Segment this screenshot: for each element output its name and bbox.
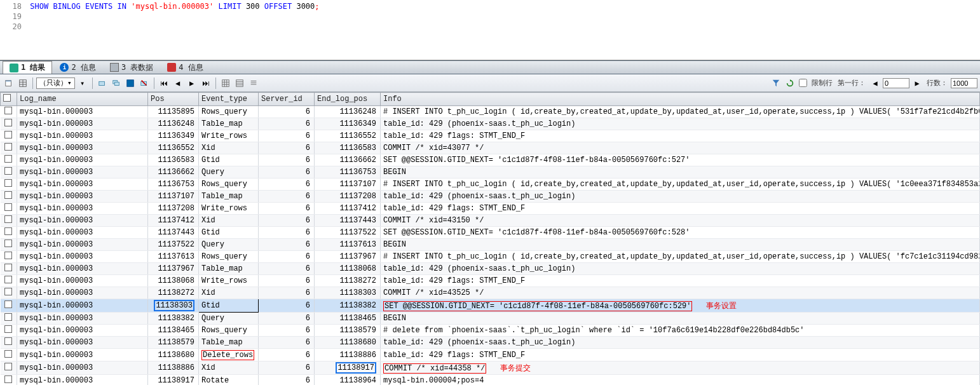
row-checkbox[interactable]	[1, 130, 17, 142]
cell-server-id[interactable]: 6	[259, 239, 315, 251]
cell-log-name[interactable]: mysql-bin.000003	[17, 166, 148, 179]
cell-end-log-pos[interactable]: 11138465	[315, 313, 381, 325]
cell-end-log-pos[interactable]: 11136753	[315, 166, 381, 179]
cell-pos[interactable]: 11136583	[148, 154, 199, 166]
cell-event-type[interactable]: Xid	[199, 287, 259, 299]
cell-event-type[interactable]: Gtid	[199, 299, 259, 313]
cell-server-id[interactable]: 6	[259, 375, 315, 386]
table-row[interactable]: mysql-bin.00000311138068Write_rows611138…	[1, 275, 980, 287]
cell-end-log-pos[interactable]: 11138917	[315, 361, 381, 375]
cell-log-name[interactable]: mysql-bin.000003	[17, 263, 148, 275]
cell-event-type[interactable]: Write_rows	[199, 275, 259, 287]
cell-info[interactable]: table_id: 429 (phoenix-saas.t_ph_uc_logi…	[381, 263, 980, 275]
cell-pos[interactable]: 11138465	[148, 325, 199, 337]
row-checkbox[interactable]	[1, 239, 17, 251]
row-checkbox[interactable]	[1, 166, 17, 179]
row-checkbox[interactable]	[1, 299, 17, 313]
table-row[interactable]: mysql-bin.00000311138303Gtid611138382SET…	[1, 299, 980, 313]
row-checkbox[interactable]	[1, 251, 17, 263]
table-row[interactable]: mysql-bin.00000311137613Rows_query611137…	[1, 251, 980, 263]
cell-server-id[interactable]: 6	[259, 118, 315, 130]
table-row[interactable]: mysql-bin.00000311137443Gtid611137522SET…	[1, 227, 980, 239]
cell-end-log-pos[interactable]: 11137208	[315, 191, 381, 203]
cell-event-type[interactable]: Query	[199, 239, 259, 251]
table-row[interactable]: mysql-bin.00000311136248Table_map6111363…	[1, 118, 980, 130]
row-checkbox[interactable]	[1, 375, 17, 386]
table-row[interactable]: mysql-bin.00000311137412Xid611137443COMM…	[1, 215, 980, 227]
first-row-next-button[interactable]: ▶	[911, 77, 923, 90]
cell-pos[interactable]: 11138917	[148, 375, 199, 386]
cell-info[interactable]: COMMIT /* xid=43077 */	[381, 142, 980, 154]
cell-log-name[interactable]: mysql-bin.000003	[17, 375, 148, 386]
cell-event-type[interactable]: Gtid	[199, 154, 259, 166]
table-row[interactable]: mysql-bin.00000311137107Table_map6111372…	[1, 191, 980, 203]
cell-pos[interactable]: 11135895	[148, 106, 199, 118]
cell-end-log-pos[interactable]: 11138964	[315, 375, 381, 386]
cell-event-type[interactable]: Xid	[199, 142, 259, 154]
cell-log-name[interactable]: mysql-bin.000003	[17, 361, 148, 375]
row-checkbox[interactable]	[1, 179, 17, 191]
cell-event-type[interactable]: Rows_query	[199, 325, 259, 337]
cell-event-type[interactable]: Rows_query	[199, 106, 259, 118]
cell-end-log-pos[interactable]: 11138382	[315, 299, 381, 313]
row-checkbox[interactable]	[1, 263, 17, 275]
rows-input[interactable]	[951, 78, 977, 88]
row-checkbox[interactable]	[1, 215, 17, 227]
cell-event-type[interactable]: Rows_query	[199, 179, 259, 191]
cell-log-name[interactable]: mysql-bin.000003	[17, 106, 148, 118]
row-checkbox[interactable]	[1, 118, 17, 130]
column-header-check[interactable]	[1, 93, 17, 106]
table-row[interactable]: mysql-bin.00000311137208Write_rows611137…	[1, 203, 980, 215]
column-header-pos[interactable]: Pos	[148, 93, 199, 106]
cell-end-log-pos[interactable]: 11137522	[315, 227, 381, 239]
table-row[interactable]: mysql-bin.00000311137967Table_map6111380…	[1, 263, 980, 275]
cell-event-type[interactable]: Xid	[199, 361, 259, 375]
cell-server-id[interactable]: 6	[259, 227, 315, 239]
cell-info[interactable]: BEGIN	[381, 166, 980, 179]
next-page-button[interactable]: ▶	[186, 77, 198, 90]
cell-pos[interactable]: 11137107	[148, 191, 199, 203]
cell-info[interactable]: SET @@SESSION.GTID_NEXT= 'c1c1d87f-4f08-…	[381, 227, 980, 239]
cell-pos[interactable]: 11138272	[148, 287, 199, 299]
cell-pos[interactable]: 11137613	[148, 251, 199, 263]
row-checkbox[interactable]	[1, 361, 17, 375]
cell-end-log-pos[interactable]: 11137412	[315, 203, 381, 215]
cell-log-name[interactable]: mysql-bin.000003	[17, 130, 148, 142]
cell-info[interactable]: COMMIT /* xid=43150 */	[381, 215, 980, 227]
cell-end-log-pos[interactable]: 11137443	[315, 215, 381, 227]
row-checkbox[interactable]	[1, 287, 17, 299]
row-checkbox[interactable]	[1, 203, 17, 215]
cell-end-log-pos[interactable]: 11136349	[315, 118, 381, 130]
cell-server-id[interactable]: 6	[259, 263, 315, 275]
cell-end-log-pos[interactable]: 11137613	[315, 239, 381, 251]
row-checkbox[interactable]	[1, 154, 17, 166]
cell-info[interactable]: table_id: 429 (phoenix-saas.t_ph_uc_logi…	[381, 191, 980, 203]
cell-info[interactable]: table_id: 429 (phoenix-saas.t_ph_uc_logi…	[381, 118, 980, 130]
cell-server-id[interactable]: 6	[259, 361, 315, 375]
cell-end-log-pos[interactable]: 11138272	[315, 275, 381, 287]
column-header-log-name[interactable]: Log_name	[17, 93, 148, 106]
cell-end-log-pos[interactable]: 11137107	[315, 179, 381, 191]
cell-pos[interactable]: 11138680	[148, 349, 199, 361]
cell-pos[interactable]: 11136349	[148, 130, 199, 142]
cell-server-id[interactable]: 6	[259, 130, 315, 142]
cell-end-log-pos[interactable]: 11136552	[315, 130, 381, 142]
cell-log-name[interactable]: mysql-bin.000003	[17, 251, 148, 263]
cell-event-type[interactable]: Rotate	[199, 375, 259, 386]
cell-pos[interactable]: 11136552	[148, 142, 199, 154]
cell-server-id[interactable]: 6	[259, 325, 315, 337]
cell-info[interactable]: SET @@SESSION.GTID_NEXT= 'c1c1d87f-4f08-…	[381, 154, 980, 166]
grid-view-button[interactable]	[17, 77, 29, 90]
cell-server-id[interactable]: 6	[259, 349, 315, 361]
cell-info[interactable]: # INSERT INTO t_ph_uc_login ( id,create_…	[381, 251, 980, 263]
cell-end-log-pos[interactable]: 11138680	[315, 337, 381, 349]
cell-event-type[interactable]: Table_map	[199, 337, 259, 349]
cell-event-type[interactable]: Query	[199, 313, 259, 325]
filter-icon[interactable]	[770, 77, 782, 90]
first-page-button[interactable]: ⏮	[158, 77, 170, 90]
cell-pos[interactable]: 11136662	[148, 166, 199, 179]
cell-info[interactable]: SET @@SESSION.GTID_NEXT= 'c1c1d87f-4f08-…	[381, 299, 980, 313]
duplicate-row-button[interactable]	[110, 77, 123, 90]
cell-log-name[interactable]: mysql-bin.000003	[17, 179, 148, 191]
cell-server-id[interactable]: 6	[259, 251, 315, 263]
